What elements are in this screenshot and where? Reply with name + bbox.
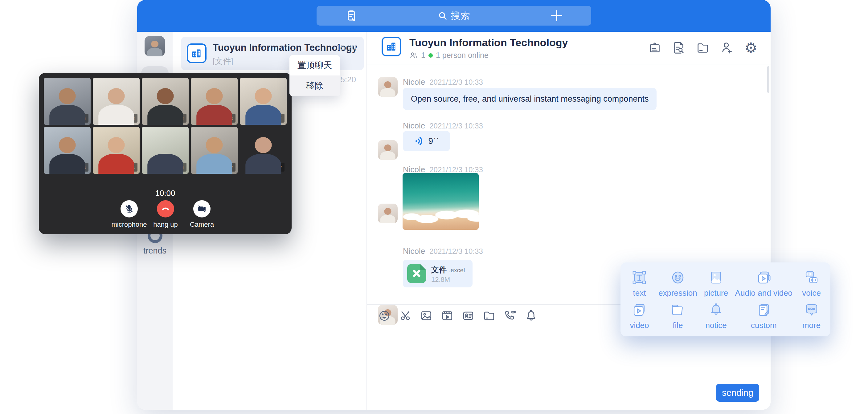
online-text: 1 person online — [436, 51, 489, 60]
avatar-nicole[interactable] — [378, 203, 398, 223]
panel-item-label: file — [673, 321, 683, 330]
panel-item-custom[interactable]: custom — [735, 300, 793, 332]
file-fold-corner — [420, 264, 426, 270]
notification-icon[interactable] — [524, 309, 538, 323]
panel-item-expression[interactable]: expression — [658, 267, 697, 300]
call-timer: 10:00 — [39, 189, 291, 198]
microphone-button[interactable]: microphone — [121, 200, 138, 229]
hangup-icon — [161, 204, 170, 214]
control-label: microphone — [112, 221, 147, 229]
text-icon — [631, 269, 648, 286]
panel-item-label: voice — [802, 288, 821, 298]
emoji-icon[interactable] — [377, 309, 392, 323]
panel-item-text[interactable]: text — [620, 267, 658, 300]
search-icon — [438, 11, 447, 20]
message-time: 2021/12/3 10:33 — [429, 78, 483, 86]
conversation-context-menu: 置顶聊天 移除 — [289, 55, 340, 96]
message-meta: Nicole2021/12/3 10:33 — [403, 247, 483, 256]
online-dot — [429, 53, 433, 58]
user-avatar[interactable] — [145, 36, 165, 56]
panel-item-label: custom — [751, 321, 777, 330]
message-time: 2021/12/3 10:33 — [429, 247, 483, 255]
expression-icon — [670, 269, 686, 286]
image-icon[interactable] — [419, 309, 433, 323]
hangup-button[interactable]: hang up — [157, 200, 174, 229]
avatar-nicole[interactable] — [378, 77, 398, 97]
video-call-icon[interactable] — [503, 309, 517, 323]
participant-name: gary — [267, 163, 284, 171]
chat-header: Tuoyun Information Technology 1 1 person… — [367, 32, 771, 64]
contact-card-icon[interactable] — [461, 309, 475, 323]
video-icon[interactable] — [440, 309, 454, 323]
search-bar[interactable]: 搜索 — [316, 6, 591, 26]
participant-name: Anthony — [208, 163, 236, 171]
participant-name: danika — [65, 163, 89, 171]
sender-name: Nicole — [403, 165, 425, 174]
panel-item-more[interactable]: more — [793, 300, 830, 332]
voice-icon — [803, 269, 820, 286]
add-member-icon[interactable] — [719, 40, 734, 55]
audio-wave-icon — [414, 136, 425, 146]
announcement-board-icon[interactable] — [647, 40, 662, 55]
top-bar: 搜索 — [137, 0, 771, 32]
call-controls: microphone hang up Camera — [121, 200, 211, 229]
panel-item-label: Audio and video — [735, 288, 793, 298]
attachment-panel: text expression picture Audio and video — [620, 262, 830, 337]
avatar-nicole[interactable] — [378, 140, 398, 160]
chat-title: Tuoyun Information Technology — [409, 37, 568, 49]
members-icon — [409, 51, 418, 60]
panel-item-label: notice — [705, 321, 726, 330]
file-message-card[interactable]: 文件 .excel 12.8M — [403, 260, 472, 287]
video-call-overlay: patton Nicole zole venus stellar danika … — [39, 73, 291, 234]
participant-name: patton — [66, 114, 89, 123]
panel-item-picture[interactable]: picture — [697, 267, 735, 300]
chat-scrollbar[interactable] — [767, 66, 769, 93]
panel-item-label: expression — [658, 288, 697, 298]
custom-icon — [755, 301, 772, 318]
sender-name: Nicole — [403, 247, 425, 256]
panel-item-notice[interactable]: notice — [697, 300, 735, 332]
screenshot-icon[interactable] — [398, 309, 412, 323]
chat-history-search-icon[interactable] — [671, 40, 686, 55]
folder-icon[interactable] — [482, 309, 496, 323]
page: { "colors":{"accent":"#2175e8","bubble":… — [0, 0, 868, 414]
conversation-last-message: [文件] — [213, 56, 233, 67]
panel-item-audio-video[interactable]: Audio and video — [735, 267, 793, 300]
participant-tile: Nicole — [93, 78, 140, 125]
camera-muted-icon — [197, 204, 207, 214]
sender-name: Nicole — [403, 121, 425, 130]
camera-button[interactable]: Camera — [193, 200, 211, 229]
image-message-beach[interactable] — [403, 173, 479, 230]
participant-name: venus — [214, 114, 236, 123]
panel-item-video[interactable]: video — [620, 300, 658, 332]
send-button[interactable]: sending — [716, 384, 759, 402]
participant-tile: ernest — [93, 127, 140, 174]
participant-name: zole — [169, 114, 186, 123]
plus-icon[interactable] — [551, 9, 563, 22]
control-label: Camera — [190, 221, 214, 229]
chat-header-tools: ⚙ — [647, 40, 758, 55]
audio-message-bubble[interactable]: 9`` — [403, 131, 450, 151]
participant-tile: patton — [44, 78, 91, 125]
menu-item-pin-chat[interactable]: 置顶聊天 — [289, 55, 340, 75]
search-area[interactable]: 搜索 — [316, 6, 591, 26]
panel-item-file[interactable]: file — [658, 300, 697, 332]
participant-name: aldrich — [163, 163, 186, 171]
search-label: 搜索 — [451, 9, 470, 22]
message-time: 2021/12/3 10:33 — [429, 122, 483, 130]
message-text: Open source, free, and universal instant… — [411, 94, 649, 103]
picture-icon — [708, 269, 724, 286]
member-count: 1 — [421, 51, 425, 60]
settings-gear-icon[interactable]: ⚙ — [743, 40, 758, 55]
company-building-icon — [187, 43, 207, 63]
panel-item-label: picture — [704, 288, 728, 298]
file-name: 文件 .excel — [431, 264, 465, 275]
group-file-icon[interactable] — [695, 40, 710, 55]
excel-file-icon — [407, 264, 426, 283]
company-building-icon — [381, 37, 401, 56]
panel-item-voice[interactable]: voice — [793, 267, 830, 300]
control-label: hang up — [153, 221, 178, 229]
participant-name: ernest — [115, 163, 137, 171]
menu-item-remove[interactable]: 移除 — [289, 75, 340, 96]
participant-name: stellar — [262, 114, 284, 123]
